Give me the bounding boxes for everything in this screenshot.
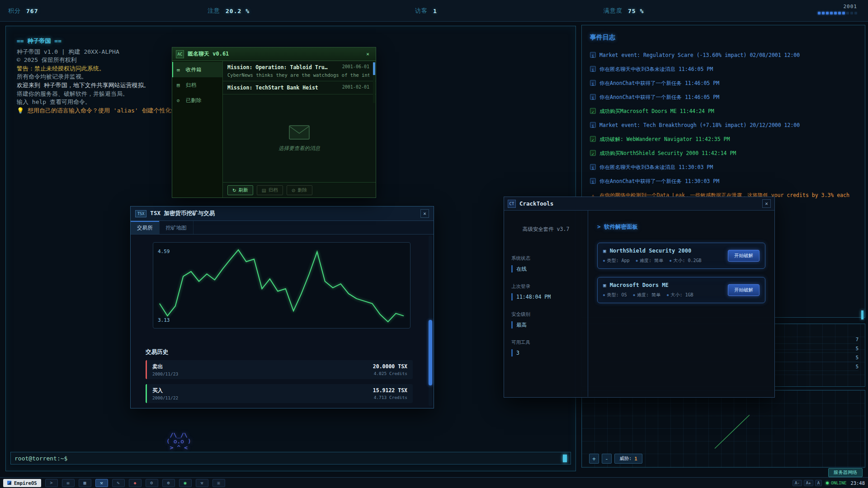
crack-target-meta: 类型: OS难度: 简单大小: 1GB (603, 292, 693, 298)
refresh-button[interactable]: ↻刷新 (227, 185, 253, 195)
log-entry: ✓成功购买NorthShield Security 200011:42:14 P… (590, 150, 857, 157)
online-dot-icon (826, 482, 829, 484)
transaction-side: 卖出 (152, 363, 178, 370)
message-row[interactable]: Mission: TechStart Bank Heist2001-02-01 (223, 81, 376, 94)
close-icon[interactable]: ✕ (420, 209, 429, 218)
success-icon: ✓ (590, 108, 596, 114)
event-log-title: 事件日志 (590, 33, 857, 42)
anonchat-scrollbar[interactable] (373, 61, 375, 103)
anonchat-app-icon: AC (176, 50, 184, 58)
online-status: ONLINE (826, 480, 846, 485)
log-text: 成功购买NorthShield Security 200011:42:14 PM (599, 150, 736, 157)
crack-target-card: ▣Macrosoft Doors ME类型: OS难度: 简单大小: 1GB开始… (597, 277, 765, 303)
hammer-icon[interactable]: ◈ (129, 479, 142, 487)
software-name: Macrosoft Doors ME (610, 282, 669, 288)
log-time: 11:46:05 PM (685, 94, 719, 100)
tab-0[interactable]: 交易所 (131, 221, 160, 234)
start-crack-button[interactable]: 开始破解 (728, 284, 760, 296)
zoom-out-button[interactable]: - (602, 454, 612, 464)
font-size-button[interactable]: A+ (804, 480, 813, 486)
close-icon[interactable]: ✕ (363, 50, 372, 58)
font-size-button[interactable]: A (815, 480, 822, 486)
log-time: 11:30:03 PM (685, 178, 719, 184)
crack-target-meta: 类型: App难度: 简单大小: 0.2GB (603, 258, 702, 264)
server-network-button[interactable]: 服务器网络 (828, 468, 863, 477)
message-row-top: Mission: TechStart Bank Heist2001-02-01 (227, 84, 369, 91)
threat-value: 1 (634, 456, 637, 461)
folder-icon[interactable]: ▣ (212, 479, 225, 487)
tsx-titlebar[interactable]: TSX TSX 加密货币挖矿与交易 ✕ (131, 206, 434, 221)
start-button[interactable]: EmpireOS (3, 479, 41, 487)
clock: 23:48 (850, 480, 865, 486)
transaction-row: 卖出2000/11/2320.0000 TSX4.025 Credits (146, 360, 413, 379)
wrench-icon[interactable]: ⚒ (95, 479, 108, 487)
points-value: 767 (26, 8, 38, 14)
message-date: 2001-06-01 (342, 64, 369, 70)
font-size-button[interactable]: A- (793, 480, 802, 486)
log-entry: ✓成功购买Macrosoft Doors ME11:44:24 PM (590, 108, 857, 115)
archive-button[interactable]: ▤归档 (257, 185, 283, 195)
info-icon: i (590, 80, 596, 86)
gear-icon[interactable]: ⚙ (146, 479, 158, 487)
stat-value: 最高 (511, 321, 580, 328)
log-entry: iMarket event: Tech Breakthrough (+7.18%… (590, 122, 857, 129)
button-icon: ▤ (262, 188, 266, 193)
start-crack-button[interactable]: 开始破解 (728, 250, 760, 262)
terminal-title: == 种子帝国 == (17, 37, 565, 46)
stat-block: 安全级别最高 (511, 311, 580, 328)
anonchat-titlebar[interactable]: AC 匿名聊天 v0.61 ✕ (172, 47, 376, 61)
anonchat-empty-state: 选择要查看的消息 (223, 94, 376, 182)
stat-label: 系统状态 (511, 255, 580, 262)
tsx-title: TSX 加密货币挖矿与交易 (150, 210, 215, 217)
folder-item[interactable]: ✉收件箱 (172, 62, 222, 77)
anonchat-toolbar: ↻刷新▤归档⊘删除 (223, 182, 376, 197)
info-icon: i (590, 122, 596, 128)
scrollbar-thumb[interactable] (373, 62, 375, 75)
log-text: 你在AnonChat中获得了一个新任务11:46:05 PM (599, 80, 719, 87)
taskbar-icons: >✉▦⚒✎◈⚙⊕◉⚒▣ (45, 479, 225, 487)
close-icon[interactable]: ✕ (762, 199, 771, 208)
folder-item[interactable]: ▤归档 (172, 77, 222, 93)
success-icon: ✓ (590, 150, 596, 156)
attention-value: 20.2 % (226, 8, 250, 14)
info-icon: i (590, 164, 596, 170)
os-logo-icon (7, 481, 11, 485)
progress-dot (822, 12, 825, 14)
scrollbar-thumb[interactable] (429, 320, 432, 385)
delete-button[interactable]: ⊘删除 (287, 185, 312, 195)
message-preview: CyberNews thinks they are the watchdogs … (227, 72, 369, 78)
log-entry: i你在AnonChat中获得了一个新任务11:46:05 PM (590, 94, 857, 101)
anonchat-main: Mission: Operation: Tabloid Tru…2001-06-… (223, 61, 376, 197)
start-button-label: EmpireOS (14, 480, 37, 486)
terminal-input[interactable]: root@torrent:~$ (10, 452, 571, 465)
transaction-left: 卖出2000/11/23 (152, 363, 178, 376)
edit-icon[interactable]: ✎ (112, 479, 125, 487)
scrollbar-thumb[interactable] (861, 310, 863, 319)
mail-icon[interactable]: ✉ (62, 479, 75, 487)
info-icon: i (590, 52, 596, 58)
log-time: 02/08/2001 12:00 (750, 52, 800, 58)
globe-icon[interactable]: ⊕ (162, 479, 175, 487)
cracktools-titlebar[interactable]: CT CrackTools ✕ (504, 197, 774, 211)
progress-dot (818, 12, 821, 14)
zoom-in-button[interactable]: + (589, 454, 599, 464)
browser-icon[interactable]: ▦ (79, 479, 91, 487)
tab-1[interactable]: 挖矿地图 (160, 221, 193, 234)
chat-icon[interactable]: ◉ (179, 479, 192, 487)
folder-item[interactable]: ⊘已删除 (172, 93, 222, 108)
envelope-icon (289, 125, 310, 140)
log-time: 20/12/2000 12:00 (750, 122, 800, 128)
points-stat: 积分 767 (8, 0, 38, 22)
crack-target-info: ▣Macrosoft Doors ME类型: OS难度: 简单大小: 1GB (603, 282, 693, 298)
terminal-icon[interactable]: > (45, 479, 58, 487)
button-label: 删除 (298, 187, 307, 193)
button-label: 刷新 (239, 187, 248, 193)
tools-icon[interactable]: ⚒ (196, 479, 208, 487)
archive-icon: ▤ (177, 82, 183, 88)
tsx-scrollbar[interactable] (429, 235, 432, 406)
message-row[interactable]: Mission: Operation: Tabloid Tru…2001-06-… (223, 61, 376, 81)
history-title: 交易历史 (146, 348, 168, 356)
decrypt-panel-title: > 软件解密面板 (597, 223, 765, 231)
anonchat-folder-list: ✉收件箱▤归档⊘已删除 (172, 61, 223, 197)
transaction-left: 买入2000/11/22 (152, 387, 178, 400)
